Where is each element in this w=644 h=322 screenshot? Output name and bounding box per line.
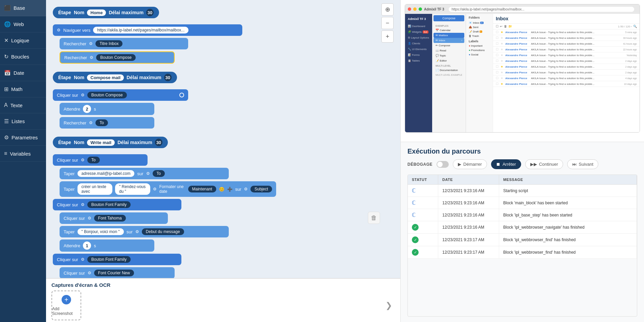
folder-trash[interactable]: 🗑 Trash <box>467 34 491 38</box>
folder-sent[interactable]: 📤 Sent <box>467 25 491 29</box>
email-row[interactable]: ☐ ★ Alexandre Pierce AKILA Issue - Tryin… <box>493 47 640 52</box>
label-promotions[interactable]: ● Promotions <box>467 48 491 52</box>
browser-address-bar[interactable]: https://akila.ip-label.net/pages/mailbox… <box>449 7 634 12</box>
nav-editor[interactable]: 📝 Editor <box>434 58 464 63</box>
star-2[interactable]: ★ <box>501 42 503 45</box>
add-screenshot-button[interactable]: + Add Screenshot <box>51 291 81 320</box>
checkbox-4[interactable]: ☐ <box>496 53 498 57</box>
checkbox-9[interactable]: ☐ <box>496 82 498 86</box>
email-row[interactable]: ☐ ★ Alexandre Pierce AKILA Issue - Tryin… <box>493 58 640 64</box>
play-icon: ▶ <box>458 162 461 167</box>
trash-button[interactable]: 🗑 <box>368 212 380 224</box>
star-0[interactable]: ★ <box>501 30 503 34</box>
email-row[interactable]: ☐ ★ Alexandre Pierce AKILA Issue - Tryin… <box>493 70 640 75</box>
checkbox-2[interactable]: ☐ <box>496 42 498 45</box>
nav-read[interactable]: 📖 Read <box>434 48 464 53</box>
log-date-1: 12/23/2021 9:23:16 AM <box>438 197 499 209</box>
star-5[interactable]: ★ <box>501 59 503 63</box>
email-subject-1: AKILA Issue - Trying to find a solution … <box>531 37 620 40</box>
nav-compose[interactable]: ✏ Compose <box>434 43 464 48</box>
gear-icon-4: ⚙ <box>81 93 85 97</box>
next-button[interactable]: ⏭ Suivant <box>567 159 598 169</box>
checkbox-5[interactable]: ☐ <box>496 59 498 63</box>
sidebar-item-logique[interactable]: ✕ Logique <box>0 32 46 49</box>
folders-label: Folders <box>467 15 491 21</box>
nav-calendar[interactable]: 📅 Calendar <box>434 28 464 33</box>
folder-inbox[interactable]: 📧 Inbox 4 <box>467 21 491 25</box>
sidebar-tables[interactable]: 📋 Tables <box>406 58 431 64</box>
email-time-8: 4 days ago <box>622 77 637 79</box>
email-sender-4: Alexandre Pierce <box>505 54 529 57</box>
continue-button[interactable]: ▶▶ Continuer <box>525 159 563 169</box>
nav-mailbox[interactable]: ✉ Mailbox <box>434 33 464 38</box>
toolbar-icon-2[interactable]: ↩ <box>500 25 503 28</box>
sidebar-widgets[interactable]: 🧩 Widgets live <box>406 29 431 35</box>
toolbar-icon-4[interactable]: 📁 <box>508 25 512 28</box>
sidebar-layout[interactable]: ⚙ Layout Options <box>406 35 431 41</box>
start-button[interactable]: ▶ Démarrer <box>453 159 487 169</box>
screenshot-next-arrow[interactable]: ❯ <box>383 301 395 310</box>
toolbar-icon-3[interactable]: 🗑 <box>504 25 507 28</box>
nav-topic[interactable]: 💬 Topic <box>434 53 464 58</box>
checkbox-7[interactable]: ☐ <box>496 71 498 74</box>
debug-toggle[interactable] <box>437 161 449 168</box>
compose-button[interactable]: Compose <box>434 15 464 21</box>
bouton-compose-pill-2: Bouton Compose <box>87 92 127 98</box>
email-row[interactable]: ☐ ★ Alexandre Pierce AKILA Issue - Tryin… <box>493 75 640 81</box>
checkbox-3[interactable]: ☐ <box>496 48 498 51</box>
target-btn[interactable]: ⊕ <box>381 3 394 16</box>
star-4[interactable]: ★ <box>501 53 503 57</box>
star-9[interactable]: ★ <box>501 82 503 86</box>
email-sender-9: Alexandre Pierce <box>505 83 529 86</box>
gear-icon-3: ⚙ <box>90 55 93 60</box>
sidebar-item-boucles[interactable]: ↻ Boucles <box>0 49 46 65</box>
sidebar-item-listes[interactable]: ☰ Listes <box>0 113 46 130</box>
browser-toolbar: Admixil TF 3 https://akila.ip-label.net/… <box>405 4 640 14</box>
sidebar-item-variables[interactable]: ≡ Variables <box>0 146 46 162</box>
sidebar-item-web[interactable]: 🌐 Web <box>0 16 46 32</box>
star-1[interactable]: ★ <box>501 36 503 40</box>
email-row[interactable]: ☐ ★ Alexandre Pierce AKILA Issue - Tryin… <box>493 81 640 87</box>
toolbar-icon-1[interactable]: ☐ <box>496 25 498 28</box>
sidebar-ui[interactable]: 🔧 UI Elements <box>406 46 431 52</box>
sidebar-clients[interactable]: 👤 Clients <box>406 41 431 46</box>
checkbox-0[interactable]: ☐ <box>496 30 498 34</box>
toolbar-search[interactable]: 🔍 <box>633 25 637 28</box>
email-row[interactable]: ☐ ★ Alexandre Pierce AKILA Issue - Tryin… <box>493 64 640 70</box>
folder-draft[interactable]: 📝 Draft ! <box>467 29 491 34</box>
email-row[interactable]: ☐ ★ Alexandre Pierce AKILA Issue - Tryin… <box>493 35 640 41</box>
nav-inbox[interactable]: ✉ Inbox› <box>434 38 464 43</box>
sidebar-item-parametres[interactable]: ⚙ Parametres <box>0 130 46 146</box>
to-pill: To <box>95 119 108 126</box>
sidebar-item-math[interactable]: ⊞ Math <box>0 81 46 97</box>
log-message-1: Block 'main_block' has been started <box>499 197 637 209</box>
email-sender-7: Alexandre Pierce <box>505 71 529 74</box>
zoom-out-btn[interactable]: + <box>381 30 394 43</box>
label-social[interactable]: ● Social <box>467 52 491 57</box>
sidebar-dashboard[interactable]: 📊 Dashboard <box>406 23 431 29</box>
email-row[interactable]: ☐ ★ Alexandre Pierce AKILA Issue - Tryin… <box>493 29 640 35</box>
browser-dot-green <box>419 7 422 11</box>
label-important[interactable]: ● Important <box>467 44 491 48</box>
star-3[interactable]: ★ <box>501 48 503 51</box>
star-6[interactable]: ★ <box>501 65 503 68</box>
email-row[interactable]: ☐ ★ Alexandre Pierce AKILA Issue - Tryin… <box>493 52 640 58</box>
email-row[interactable]: ☐ ★ Alexandre Pierce AKILA Issue - Tryin… <box>493 41 640 47</box>
sidebar-item-base[interactable]: ⬛ Base <box>0 0 46 16</box>
checkbox-1[interactable]: ☐ <box>496 36 498 40</box>
stop-button[interactable]: ⏹ Arrêter <box>491 159 521 169</box>
block-type-email: Taper adresse.mail@ip-label.com sur ⚙ To <box>60 168 229 179</box>
zoom-in-btn[interactable]: − <box>381 17 394 29</box>
script-canvas[interactable]: Étape Nom Home Délai maximum 30 ⚙ Navigu… <box>46 0 400 278</box>
boucles-icon: ↻ <box>4 53 8 60</box>
sidebar-forms[interactable]: 📝 Forms <box>406 52 431 58</box>
checkbox-6[interactable]: ☐ <box>496 65 498 68</box>
sidebar-item-date[interactable]: 📅 Date <box>0 65 46 81</box>
star-8[interactable]: ★ <box>501 76 503 80</box>
checkbox-8[interactable]: ☐ <box>496 76 498 80</box>
star-7[interactable]: ★ <box>501 71 503 74</box>
block-navigate: ⚙ Naviguer vers https://akila.ip-label.n… <box>53 24 242 36</box>
log-status-2: ℂ <box>408 209 438 221</box>
sidebar-item-texte[interactable]: A Texte <box>0 97 46 113</box>
nav-documentation[interactable]: 📄 Documentation <box>434 68 464 73</box>
